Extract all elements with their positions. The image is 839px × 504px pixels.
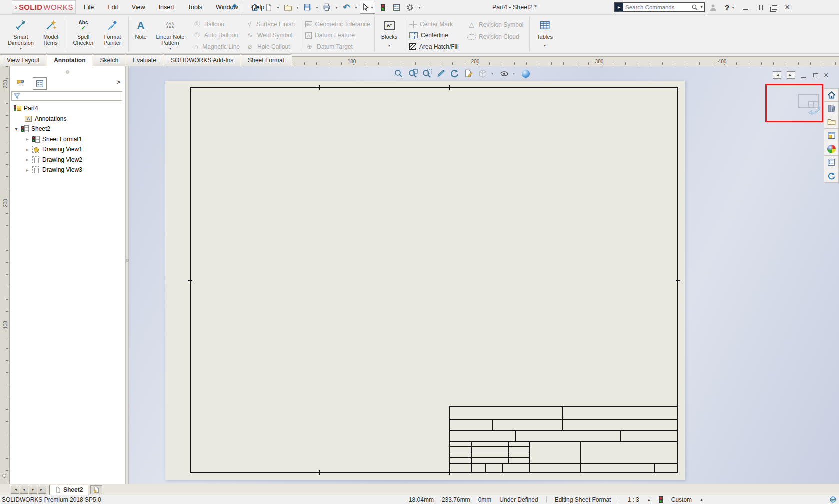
blocks-dropdown[interactable]: ▾ (388, 44, 390, 48)
tab-annotation[interactable]: Annotation (47, 54, 92, 66)
last-sheet-button[interactable]: ► (38, 486, 46, 494)
tree-item-drawing-view1[interactable]: ▸ Drawing View1 (10, 144, 126, 155)
view-palette-tab[interactable] (824, 129, 839, 142)
user-account-icon[interactable] (709, 4, 718, 12)
dynamic-annotation-icon[interactable] (436, 68, 446, 79)
expand-caret-icon[interactable]: ▸ (25, 157, 30, 162)
featuremanager-tree-tab[interactable] (14, 78, 28, 90)
zoom-to-selection-icon[interactable] (422, 68, 432, 79)
panel-collapse-chevron[interactable]: > (116, 78, 120, 86)
panel-resize-knob[interactable] (66, 70, 70, 74)
appearances-tab[interactable] (824, 142, 839, 156)
spell-checker-button[interactable]: Abc✔ Spell Checker (70, 16, 98, 52)
tree-filter-box[interactable] (12, 92, 122, 101)
new-document-button[interactable] (262, 2, 274, 14)
tree-item-drawing-view3[interactable]: ▸ Drawing View3 (10, 165, 126, 176)
graphics-area[interactable]: ▾ ▾ ◄ ► × (129, 66, 839, 484)
tab-sketch[interactable]: Sketch (93, 54, 126, 66)
open-dropdown[interactable]: ▾ (296, 6, 300, 10)
collapse-caret-icon[interactable]: ▾ (14, 126, 19, 132)
previous-sheet-button[interactable]: ◄ (773, 72, 782, 79)
search-dropdown[interactable]: ▾ (700, 5, 704, 10)
tree-item-annotations[interactable]: Annotations (10, 114, 126, 124)
select-tool-dropdown[interactable]: ▾ (370, 6, 374, 10)
file-explorer-tab[interactable] (824, 116, 839, 129)
tables-button[interactable]: Tables ▾ (533, 16, 557, 52)
close-button[interactable]: × (785, 4, 790, 12)
save-dropdown[interactable]: ▾ (315, 6, 320, 10)
property-manager-tab[interactable] (33, 78, 47, 90)
tree-item-sheet2[interactable]: ▾ Sheet2 (10, 124, 126, 134)
search-scope-icon[interactable]: ▸ (615, 3, 624, 12)
smart-dimension-button[interactable]: Smart Dimension ▾ (5, 16, 37, 52)
undo-dropdown[interactable]: ▾ (354, 6, 358, 10)
rebuild-button[interactable] (377, 2, 389, 14)
display-settings-button[interactable] (390, 2, 402, 14)
units-spinner-icon[interactable]: ▲ (700, 498, 704, 502)
options-dropdown[interactable]: ▾ (418, 6, 422, 10)
blocks-button[interactable]: A° Blocks ▾ (378, 16, 401, 52)
zoom-to-area-icon[interactable] (408, 68, 418, 79)
next-sheet-button[interactable]: ► (787, 72, 796, 79)
linear-note-pattern-dropdown[interactable]: ▾ (170, 47, 172, 51)
search-commands-box[interactable]: ▸ ▾ (614, 2, 705, 12)
linear-note-pattern-button[interactable]: AAAAAA Linear Note Pattern ▾ (152, 16, 189, 52)
zoom-to-fit-icon[interactable] (394, 68, 404, 79)
format-painter-button[interactable]: Format Painter (100, 16, 126, 52)
child-restore-icon[interactable] (814, 74, 818, 78)
custom-properties-tab[interactable] (824, 156, 839, 170)
sheet2-tab[interactable]: Sheet2 (50, 485, 88, 495)
menu-view[interactable]: View (132, 4, 146, 11)
search-input[interactable] (624, 4, 692, 10)
open-button[interactable] (282, 2, 294, 14)
first-sheet-button[interactable]: ◄ (11, 486, 20, 494)
help-dropdown[interactable]: ▾ (731, 6, 736, 10)
tab-solidworks-add-ins[interactable]: SOLIDWORKS Add-Ins (164, 54, 240, 66)
tables-dropdown[interactable]: ▾ (544, 44, 546, 48)
menu-tools[interactable]: Tools (188, 4, 202, 11)
options-button[interactable] (404, 2, 416, 14)
tab-evaluate[interactable]: Evaluate (126, 54, 164, 66)
smart-dimension-dropdown[interactable]: ▾ (20, 47, 22, 51)
tab-sheet-format[interactable]: Sheet Format (241, 54, 292, 66)
note-button[interactable]: A Note (132, 16, 150, 52)
rotate-view-icon[interactable] (450, 68, 460, 79)
print-dropdown[interactable]: ▾ (334, 6, 339, 10)
solidworks-resources-tab[interactable] (824, 88, 839, 102)
expand-caret-icon[interactable]: ▸ (25, 147, 30, 152)
child-close-icon[interactable]: × (824, 72, 828, 79)
expand-caret-icon[interactable]: ▸ (25, 136, 30, 142)
home-button[interactable] (249, 2, 261, 14)
add-sheet-button[interactable] (90, 486, 102, 494)
tree-item-sheet-format1[interactable]: ▸ Sheet Format1 (10, 134, 126, 145)
select-tool-button[interactable]: ▾ (360, 1, 376, 14)
scale-spinner-icon[interactable]: ▲ (648, 498, 651, 502)
design-library-tab[interactable] (824, 102, 839, 116)
tree-item-drawing-view2[interactable]: ▸ Drawing View2 (10, 155, 126, 166)
menu-insert[interactable]: Insert (159, 4, 174, 11)
tree-item-part4[interactable]: Part4 (10, 104, 126, 114)
menu-file[interactable]: File (84, 4, 94, 11)
previous-sheet-tab-button[interactable]: ◄ (20, 486, 28, 494)
sheet-properties-icon[interactable] (464, 68, 474, 79)
next-sheet-tab-button[interactable]: ► (29, 486, 38, 494)
tag-globe-icon[interactable] (830, 496, 837, 504)
exit-sheet-format-arrow-icon[interactable] (808, 106, 821, 116)
undo-button[interactable]: ↶ (340, 2, 352, 14)
tab-view-layout[interactable]: View Layout (0, 54, 46, 66)
save-button[interactable] (302, 2, 314, 14)
restore-button[interactable] (770, 6, 778, 10)
new-document-dropdown[interactable]: ▾ (276, 6, 280, 10)
pin-menu-icon[interactable] (230, 3, 238, 11)
child-minimize-icon[interactable] (801, 77, 806, 78)
span-displays-button[interactable] (756, 5, 763, 10)
model-items-button[interactable]: Model Items (39, 16, 63, 52)
centerline-button[interactable]: Centerline (408, 30, 464, 41)
expand-caret-icon[interactable]: ▸ (25, 168, 30, 173)
hide-show-items-dropdown[interactable]: ▾ (513, 72, 517, 76)
area-hatch-fill-button[interactable]: Area Hatch/Fill (408, 42, 464, 52)
search-icon[interactable] (692, 4, 698, 11)
hide-show-items-icon[interactable] (499, 68, 510, 79)
view-settings-icon[interactable] (520, 68, 531, 79)
menu-edit[interactable]: Edit (108, 4, 118, 11)
